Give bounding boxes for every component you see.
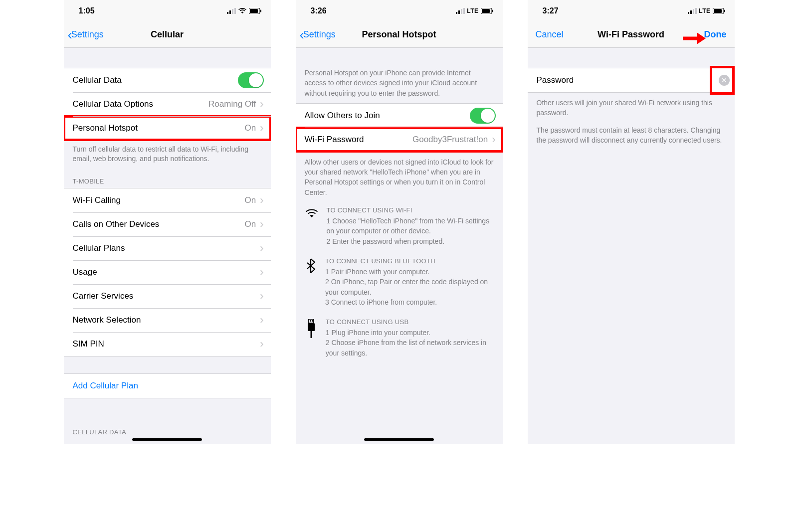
connect-bluetooth-block: TO CONNECT USING BLUETOOTH 1 Pair iPhone… bbox=[296, 253, 503, 314]
signal-icon bbox=[456, 8, 465, 14]
cancel-button[interactable]: Cancel bbox=[532, 29, 564, 40]
row-label: Wi-Fi Password bbox=[305, 135, 364, 145]
status-bar: 3:26 LTE bbox=[296, 0, 503, 22]
connect-header: TO CONNECT USING USB bbox=[326, 318, 494, 326]
usb-icon bbox=[305, 318, 318, 358]
screen-personal-hotspot: 3:26 LTE ‹ Settings Personal Hotspot Per… bbox=[296, 0, 503, 444]
toggle-switch[interactable] bbox=[238, 72, 264, 88]
svg-rect-0 bbox=[227, 12, 228, 14]
svg-rect-16 bbox=[312, 320, 313, 322]
svg-rect-1 bbox=[229, 10, 231, 14]
row-wifi-calling[interactable]: Wi-Fi Calling On › bbox=[64, 188, 271, 212]
row-value: On bbox=[244, 123, 256, 133]
row-wifi-password[interactable]: Wi-Fi Password Goodby3Frustrat!on › bbox=[296, 128, 503, 152]
row-add-cellular-plan[interactable]: Add Cellular Plan bbox=[64, 374, 271, 398]
svg-rect-20 bbox=[690, 10, 692, 14]
row-network-selection[interactable]: Network Selection › bbox=[64, 308, 271, 332]
footer-note: Turn off cellular data to restrict all d… bbox=[64, 141, 271, 168]
password-field-row[interactable]: Password ✕ bbox=[528, 68, 735, 93]
row-cellular-plans[interactable]: Cellular Plans › bbox=[64, 236, 271, 260]
chevron-right-icon: › bbox=[260, 218, 263, 231]
clear-icon[interactable]: ✕ bbox=[719, 75, 730, 86]
connect-step: 1 Plug iPhone into your computer. bbox=[326, 328, 494, 338]
back-label: Settings bbox=[71, 29, 104, 40]
svg-rect-25 bbox=[724, 10, 725, 12]
home-indicator[interactable] bbox=[364, 438, 434, 441]
svg-rect-22 bbox=[695, 8, 697, 14]
row-sim-pin[interactable]: SIM PIN › bbox=[64, 332, 271, 356]
svg-rect-21 bbox=[693, 9, 694, 14]
row-cellular-data[interactable]: Cellular Data bbox=[64, 68, 271, 92]
nav-bar: ‹ Settings Personal Hotspot bbox=[296, 22, 503, 48]
chevron-right-icon: › bbox=[260, 266, 263, 279]
status-time: 3:27 bbox=[543, 6, 559, 15]
row-carrier-services[interactable]: Carrier Services › bbox=[64, 284, 271, 308]
connect-header: TO CONNECT USING WI-FI bbox=[327, 206, 494, 214]
row-personal-hotspot[interactable]: Personal Hotspot On › bbox=[64, 116, 271, 140]
svg-rect-14 bbox=[309, 319, 314, 323]
battery-icon bbox=[481, 8, 494, 14]
row-allow-others[interactable]: Allow Others to Join bbox=[296, 104, 503, 128]
row-label: Cellular Data Options bbox=[73, 99, 154, 109]
svg-rect-9 bbox=[461, 9, 462, 14]
chevron-right-icon: › bbox=[260, 314, 263, 327]
screen-wifi-password: 3:27 LTE Cancel Wi-Fi Password Done Pass… bbox=[528, 0, 735, 444]
row-label: Calls on Other Devices bbox=[73, 219, 160, 229]
chevron-right-icon: › bbox=[260, 290, 263, 303]
connect-step: 2 Choose iPhone from the list of network… bbox=[326, 338, 494, 358]
svg-rect-18 bbox=[310, 331, 312, 338]
annotation-arrow bbox=[682, 31, 706, 46]
svg-rect-19 bbox=[688, 12, 689, 14]
row-label: Add Cellular Plan bbox=[73, 381, 138, 391]
row-label: Personal Hotspot bbox=[73, 123, 138, 133]
svg-rect-13 bbox=[492, 10, 493, 12]
row-calls-other-devices[interactable]: Calls on Other Devices On › bbox=[64, 212, 271, 236]
nav-bar: ‹ Settings Cellular bbox=[64, 22, 271, 48]
connect-step: 3 Connect to iPhone from computer. bbox=[325, 297, 493, 307]
chevron-right-icon: › bbox=[260, 98, 263, 111]
row-value: On bbox=[244, 195, 256, 205]
svg-rect-15 bbox=[310, 320, 311, 322]
status-icons bbox=[227, 8, 262, 14]
connect-step: 2 On iPhone, tap Pair or enter the code … bbox=[325, 277, 493, 297]
signal-icon bbox=[688, 8, 697, 14]
row-value: Roaming Off bbox=[208, 99, 256, 109]
svg-rect-7 bbox=[456, 12, 457, 14]
svg-rect-24 bbox=[714, 9, 722, 13]
network-type: LTE bbox=[467, 7, 478, 14]
toggle-switch[interactable] bbox=[470, 108, 496, 124]
status-icons: LTE bbox=[456, 7, 493, 14]
row-label: SIM PIN bbox=[73, 339, 104, 349]
home-indicator[interactable] bbox=[132, 438, 202, 441]
status-bar: 3:27 LTE bbox=[528, 0, 735, 22]
network-type: LTE bbox=[699, 7, 710, 14]
status-icons: LTE bbox=[688, 7, 725, 14]
back-button[interactable]: ‹ Settings bbox=[300, 28, 336, 42]
screen-cellular: 1:05 ‹ Settings Cellular Cellular Data C… bbox=[64, 0, 271, 444]
row-value: On bbox=[244, 219, 256, 229]
svg-rect-3 bbox=[234, 8, 236, 14]
chevron-right-icon: › bbox=[260, 194, 263, 207]
svg-rect-8 bbox=[458, 10, 460, 14]
svg-rect-2 bbox=[232, 9, 233, 14]
row-usage[interactable]: Usage › bbox=[64, 260, 271, 284]
row-label: Usage bbox=[73, 267, 97, 277]
back-button[interactable]: ‹ Settings bbox=[68, 28, 104, 42]
svg-rect-10 bbox=[463, 8, 465, 14]
done-button[interactable]: Done bbox=[704, 29, 731, 40]
connect-step: 1 Pair iPhone with your computer. bbox=[325, 267, 493, 277]
battery-icon bbox=[713, 8, 726, 14]
back-label: Settings bbox=[303, 29, 336, 40]
section-header-carrier: T-MOBILE bbox=[64, 168, 271, 188]
password-label: Password bbox=[537, 75, 574, 85]
svg-marker-27 bbox=[697, 32, 706, 44]
allow-note: Allow other users or devices not signed … bbox=[296, 152, 503, 202]
status-time: 3:26 bbox=[311, 6, 327, 15]
row-label: Cellular Plans bbox=[73, 243, 125, 253]
signal-icon bbox=[227, 8, 236, 14]
row-value: Goodby3Frustrat!on bbox=[412, 135, 488, 145]
row-cellular-data-options[interactable]: Cellular Data Options Roaming Off › bbox=[64, 92, 271, 116]
intro-text: Personal Hotspot on your iPhone can prov… bbox=[296, 48, 503, 103]
row-label: Allow Others to Join bbox=[305, 111, 380, 121]
svg-rect-17 bbox=[308, 323, 315, 331]
